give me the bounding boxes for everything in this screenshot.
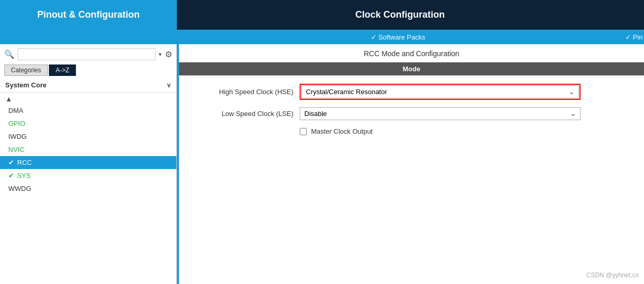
- tab-atoz-label: A->Z: [56, 67, 69, 74]
- pinout-label: Pinout & Configuration: [37, 9, 140, 20]
- software-packs-link[interactable]: ✓ Software Packs: [177, 30, 623, 44]
- sub-bar-left: [0, 30, 177, 44]
- hse-select-wrap: Disable BYPASS Clock Source Crystal/Cera…: [300, 84, 581, 100]
- nav-item-label: DMA: [8, 107, 23, 114]
- nav-item-label: GPIO: [8, 120, 25, 127]
- gear-icon[interactable]: ⚙: [165, 49, 172, 59]
- mode-header-label: Mode: [403, 65, 420, 73]
- hse-row: High Speed Clock (HSE) Disable BYPASS Cl…: [189, 84, 634, 100]
- mode-section-header: Mode: [179, 62, 644, 75]
- software-packs-label: ✓ Software Packs: [371, 33, 426, 41]
- tab-atoz[interactable]: A->Z: [49, 64, 76, 76]
- scroll-up-arrow[interactable]: ▲: [0, 94, 176, 104]
- lse-label: Low Speed Clock (LSE): [189, 110, 293, 118]
- hse-label: High Speed Clock (HSE): [189, 88, 293, 96]
- lse-select-wrapper: Disable BYPASS Clock Source Crystal/Cera…: [300, 107, 581, 120]
- clock-label: Clock Configuration: [355, 9, 445, 20]
- sidebar-item-gpio[interactable]: GPIO: [0, 117, 176, 130]
- master-clock-row: Master Clock Output: [300, 127, 634, 135]
- rcc-check-icon: ✔: [8, 159, 14, 166]
- nav-list: DMA GPIO IWDG NVIC ✔ RCC ✔ SYS WWDG: [0, 104, 176, 195]
- sidebar: 🔍 ▾ ⚙ Categories A->Z System Core ∨ ▲ DM…: [0, 44, 177, 284]
- lse-row: Low Speed Clock (LSE) Disable BYPASS Clo…: [189, 107, 634, 120]
- rcc-header-label: RCC Mode and Configuration: [364, 49, 459, 58]
- sidebar-item-wwdg[interactable]: WWDG: [0, 182, 176, 195]
- sidebar-item-dma[interactable]: DMA: [0, 104, 176, 117]
- watermark: CSDN @yyhnet.cn: [586, 272, 639, 279]
- top-bar-extra: [623, 0, 644, 30]
- sidebar-item-nvic[interactable]: NVIC: [0, 143, 176, 156]
- nav-item-label: RCC: [17, 159, 32, 166]
- search-dropdown-arrow[interactable]: ▾: [159, 51, 162, 58]
- rcc-mode-header: RCC Mode and Configuration: [179, 44, 644, 62]
- nav-item-label: NVIC: [8, 146, 24, 153]
- pin-link[interactable]: ✓ Pin: [623, 30, 644, 44]
- system-core-header[interactable]: System Core ∨: [0, 79, 176, 91]
- lse-select-wrap: Disable BYPASS Clock Source Crystal/Cera…: [300, 107, 581, 120]
- search-icon: 🔍: [4, 49, 15, 59]
- pinout-tab[interactable]: Pinout & Configuration: [0, 0, 177, 30]
- sidebar-divider: [0, 92, 176, 93]
- category-tabs: Categories A->Z: [0, 64, 176, 79]
- nav-item-label: IWDG: [8, 133, 27, 140]
- chevron-down-icon: ∨: [166, 82, 171, 89]
- tab-categories-label: Categories: [11, 67, 41, 74]
- search-input[interactable]: [18, 48, 156, 60]
- search-bar: 🔍 ▾ ⚙: [0, 44, 176, 64]
- hse-select[interactable]: Disable BYPASS Clock Source Crystal/Cera…: [301, 85, 579, 98]
- sidebar-item-iwdg[interactable]: IWDG: [0, 130, 176, 143]
- hse-select-wrapper: Disable BYPASS Clock Source Crystal/Cera…: [301, 85, 579, 98]
- sidebar-item-sys[interactable]: ✔ SYS: [0, 169, 176, 182]
- sidebar-item-rcc[interactable]: ✔ RCC: [0, 156, 176, 169]
- clock-tab[interactable]: Clock Configuration: [177, 0, 623, 30]
- sys-check-icon: ✔: [8, 172, 14, 179]
- tab-categories[interactable]: Categories: [4, 64, 48, 76]
- nav-item-label: WWDG: [8, 185, 31, 192]
- config-form: High Speed Clock (HSE) Disable BYPASS Cl…: [179, 75, 644, 144]
- master-clock-label: Master Clock Output: [311, 127, 373, 135]
- system-core-label: System Core: [5, 81, 46, 89]
- pin-label: ✓ Pin: [625, 33, 642, 41]
- lse-select[interactable]: Disable BYPASS Clock Source Crystal/Cera…: [300, 107, 581, 120]
- main-content: RCC Mode and Configuration Mode High Spe…: [179, 44, 644, 284]
- master-clock-checkbox[interactable]: [300, 128, 307, 135]
- nav-item-label: SYS: [17, 172, 31, 179]
